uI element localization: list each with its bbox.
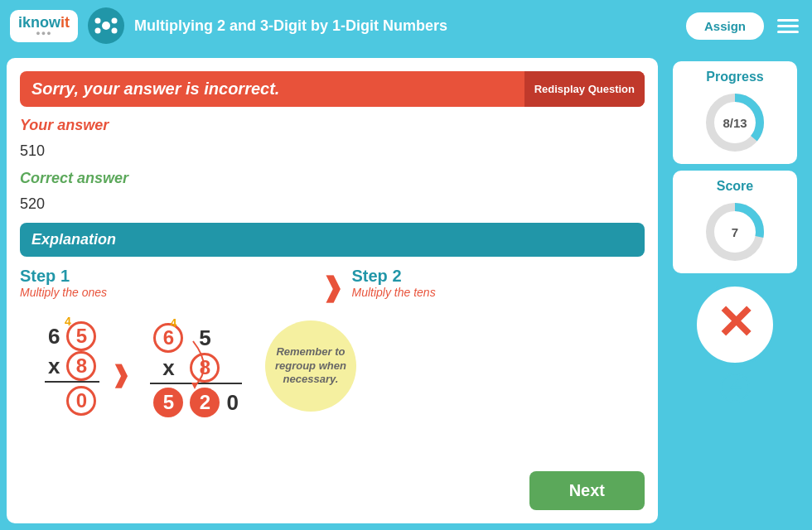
score-value: 7 [732,225,738,239]
correct-answer-value: 520 [20,195,645,213]
step1-math: 4 6 5 x 8 [45,321,99,419]
svg-point-3 [95,28,101,34]
math-displays: 4 6 5 x 8 [20,313,645,419]
assign-button[interactable]: Assign [686,12,764,40]
progress-donut: 8/13 [702,89,768,156]
logo-it: it [60,15,70,30]
header: iknow it ●●● Multiplying 2 and 3-Digit b… [0,0,812,51]
score-label: Score [717,179,753,194]
correct-answer-label: Correct answer [20,170,645,187]
page-title: Multiplying 2 and 3-Digit by 1-Digit Num… [134,17,676,35]
menu-button[interactable] [774,16,802,36]
step1-op: x [45,351,63,382]
logo-tagline: ●●● [36,30,51,37]
step2-math: 4 6 5 x 8 [150,323,241,417]
explanation-header: Explanation [20,223,645,257]
logo-icon [88,7,124,44]
hamburger-line-1 [777,19,799,22]
step2-op: x [150,353,186,383]
score-section: Score 7 [673,171,797,273]
hamburger-line-3 [777,31,799,33]
step-arrow: ❱ [321,272,344,303]
progress-value: 8/13 [723,116,747,130]
step1-subtitle: Multiply the ones [20,286,313,299]
svg-point-1 [95,18,101,24]
step2-num1-ones: 5 [186,323,223,353]
incorrect-message: Sorry, your answer is incorrect. [20,71,524,107]
svg-point-0 [102,22,110,30]
next-button[interactable]: Next [529,471,645,510]
x-mark-icon: ✕ [716,300,755,346]
progress-label: Progress [706,70,763,84]
step-1: Step 1 Multiply the ones [20,267,313,299]
logo-iknow: iknow [18,15,60,30]
your-answer-label: Your answer [20,117,645,134]
step2-title: Step 2 [352,267,645,286]
back-button[interactable] [720,373,750,408]
math-arrow: ❱ [111,361,130,388]
step-2: Step 2 Multiply the tens [352,267,645,299]
progress-section: Progress 8/13 [673,61,797,164]
svg-point-2 [112,18,118,24]
step2-subtitle: Multiply the tens [352,286,645,299]
next-button-container: Next [529,471,645,510]
svg-point-4 [112,28,118,34]
wrong-indicator: ✕ [694,283,776,366]
step1-num1-tens: 6 [45,321,63,351]
step2-result-ones: 0 [223,383,241,417]
remember-balloon: Remember to regroup when necessary. [265,320,356,412]
main-content: Sorry, your answer is incorrect. Redispl… [0,51,812,530]
hamburger-line-2 [777,25,799,27]
redisplay-button[interactable]: Redisplay Question [524,71,645,107]
your-answer-value: 510 [20,142,645,160]
incorrect-banner: Sorry, your answer is incorrect. Redispl… [20,71,645,107]
score-donut: 7 [702,199,768,265]
step2-num1-tens: 6 [150,323,186,353]
carry-2: 4 [170,316,176,330]
left-panel: Sorry, your answer is incorrect. Redispl… [7,58,658,523]
carry-1: 4 [65,315,71,328]
step1-num2: 8 [63,351,99,382]
logo: iknow it ●●● [10,10,78,42]
step1-title: Step 1 [20,267,313,286]
step1-result: 0 [63,382,99,416]
right-panel: Progress 8/13 Score 7 ✕ [665,58,805,523]
step2-num2: 8 [186,353,223,383]
steps-row: Step 1 Multiply the ones ❱ Step 2 Multip… [20,267,645,303]
back-arrow-icon [720,373,750,402]
step2-result-hundreds: 5 [150,383,186,417]
step2-result-tens: 2 [186,383,223,417]
